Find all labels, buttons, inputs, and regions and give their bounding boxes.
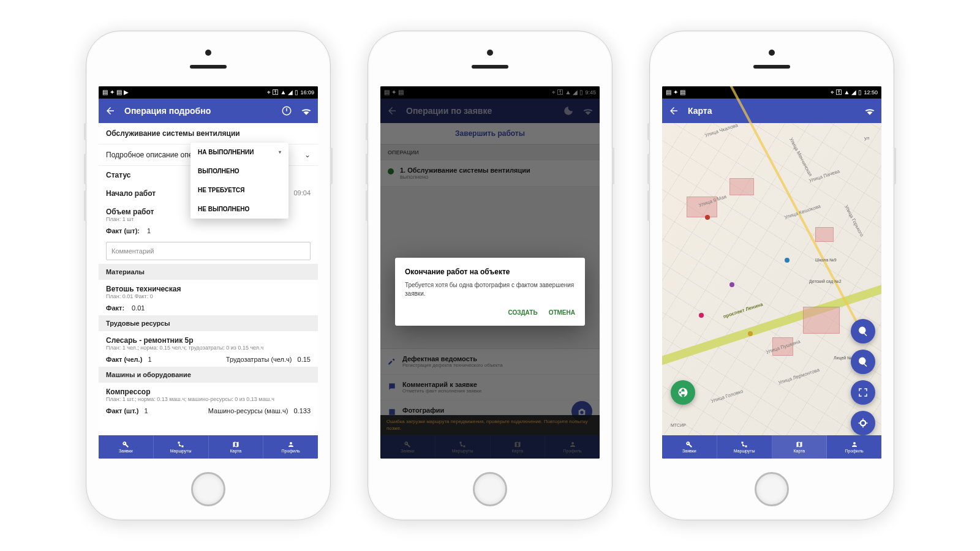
equip-header: Машины и оборудование: [99, 367, 318, 383]
wifi-icon: ▲: [844, 89, 850, 96]
wrench-icon: [685, 441, 693, 448]
sec-road: [709, 86, 861, 328]
equip-fact-value[interactable]: 1: [145, 407, 148, 414]
vol-down: [84, 190, 86, 221]
mute-switch: [84, 123, 86, 140]
key-icon: ⚿: [273, 89, 279, 96]
clock: 12:50: [864, 89, 878, 96]
key-icon: ⚿: [836, 89, 842, 96]
notif-icon: ▤: [680, 89, 685, 96]
wifi-button[interactable]: [864, 105, 875, 116]
wifi-icon: ▲: [281, 89, 287, 96]
locate-fab[interactable]: [851, 411, 875, 435]
home-button[interactable]: [473, 472, 507, 506]
status-option-1[interactable]: ВЫПОЛНЕНО: [190, 162, 288, 181]
globe-icon: [677, 387, 688, 398]
vol-down: [366, 190, 368, 221]
nav-tab-map[interactable]: Карта: [772, 435, 827, 459]
wifi-button[interactable]: [301, 105, 312, 116]
toolbar-title: Карта: [688, 106, 856, 116]
android-status-bar: ▤✦▤▶ ⌖⚿▲◢▯16:09: [99, 86, 318, 99]
labor-fact-label: Факт (чел.): [106, 356, 142, 363]
street-label: Улица Горького: [843, 204, 865, 238]
nav-tab-requests[interactable]: Заявки: [662, 435, 717, 459]
status-option-2[interactable]: НЕ ТРЕБУЕТСЯ: [190, 181, 288, 200]
start-value: 09:04: [293, 189, 311, 198]
app-toolbar: Карта: [662, 99, 881, 123]
battery-icon: ▯: [858, 89, 862, 96]
expand-icon: [858, 387, 869, 398]
phone-mockup-1: ▤✦▤▶ ⌖⚿▲◢▯16:09 Операция подробно Обслуж…: [86, 31, 331, 520]
timer-button[interactable]: [281, 105, 292, 116]
gps-icon: ⌖: [267, 89, 271, 96]
back-button[interactable]: [105, 105, 116, 116]
street-label: Улица Чкалова: [704, 122, 739, 138]
labor-effort-label: Трудозатраты (чел.ч): [226, 356, 292, 363]
start-label: Начало работ: [106, 189, 156, 198]
volume-fact-value[interactable]: 1: [147, 227, 151, 234]
play-icon: ▶: [124, 89, 129, 96]
mute-switch: [647, 123, 650, 140]
status-option-3[interactable]: НЕ ВЫПОЛНЕНО: [190, 200, 288, 219]
screen-3: ▤✦▤ ⌖⚿▲◢▯12:50 Карта Улица Чкалова: [662, 86, 881, 459]
home-button[interactable]: [191, 472, 225, 506]
fullscreen-fab[interactable]: [851, 380, 875, 405]
poi-icon: [729, 282, 734, 287]
nav-tab-requests[interactable]: Заявки: [99, 435, 154, 459]
operation-heading: Обслуживание системы вентиляции: [99, 123, 318, 144]
comment-input[interactable]: Комментарий: [106, 242, 311, 260]
screen-1: ▤✦▤▶ ⌖⚿▲◢▯16:09 Операция подробно Обслуж…: [99, 86, 318, 459]
person-icon: [287, 441, 295, 448]
building-block: [815, 227, 834, 242]
material-fact-value[interactable]: 0.01: [132, 304, 145, 312]
zoom-out-fab[interactable]: [851, 350, 875, 374]
home-button[interactable]: [755, 472, 789, 506]
notif-icon: ▤: [666, 89, 671, 96]
battery-icon: ▯: [295, 89, 298, 96]
equip-res-value[interactable]: 0.133: [293, 407, 311, 414]
labor-plan: План: 1 чел.; норма: 0.15 чел.ч; трудоза…: [106, 345, 311, 351]
person-icon: [851, 441, 858, 448]
street-label: Улица Менчинская: [788, 137, 813, 177]
vol-down: [647, 190, 650, 221]
street-label: Улица Пачева: [809, 168, 840, 184]
labor-fact-value[interactable]: 1: [148, 356, 152, 363]
material-name: Ветошь техническая: [106, 285, 311, 293]
zoom-in-fab[interactable]: [851, 319, 875, 343]
poi-icon: [748, 331, 753, 336]
dialog-create-button[interactable]: СОЗДАТЬ: [508, 309, 537, 316]
phone-mockup-3: ▤✦▤ ⌖⚿▲◢▯12:50 Карта Улица Чкалова: [649, 31, 894, 520]
street-label: проспект Ленина: [723, 301, 764, 319]
screen-2: ▤✦▤ ⌖⚿▲◢▯9:45 Операции по заявке Заверши…: [380, 86, 600, 459]
map-icon: [796, 441, 803, 448]
nav-tab-routes[interactable]: Маршруты: [717, 435, 772, 459]
equip-res-label: Машино-ресурсы (маш.ч): [208, 407, 288, 414]
material-plan: План: 0.01 Факт: 0: [106, 293, 311, 299]
nav-tab-map[interactable]: Карта: [209, 435, 264, 459]
arrow-left-icon: [105, 105, 116, 116]
signal-icon: ◢: [288, 89, 293, 96]
globe-fab[interactable]: [671, 380, 695, 405]
vol-up: [366, 154, 368, 184]
poi-label: Школа №9: [815, 258, 837, 262]
status-dropdown[interactable]: НА ВЫПОЛНЕНИИ▾ ВЫПОЛНЕНО НЕ ТРЕБУЕТСЯ НЕ…: [190, 143, 288, 219]
map-canvas[interactable]: Улица Чкалова Улица Менчинская Улица Пач…: [662, 123, 881, 435]
equip-fact-label: Факт (шт.): [106, 407, 138, 414]
poi-icon: [785, 258, 790, 263]
materials-header: Материалы: [99, 264, 318, 280]
bottom-nav: Заявки Маршруты Карта Профиль: [662, 435, 881, 459]
nav-tab-profile[interactable]: Профиль: [827, 435, 881, 459]
status-label: Статус: [106, 171, 130, 179]
labor-effort-value[interactable]: 0.15: [298, 356, 311, 363]
wifi-icon: [864, 105, 875, 116]
nav-tab-routes[interactable]: Маршруты: [154, 435, 209, 459]
street-label: ул: [864, 135, 870, 141]
dialog-cancel-button[interactable]: ОТМЕНА: [549, 309, 575, 316]
status-option-0[interactable]: НА ВЫПОЛНЕНИИ▾: [190, 143, 288, 162]
nav-tab-profile[interactable]: Профиль: [263, 435, 318, 459]
timer-icon: [281, 105, 292, 116]
back-button[interactable]: [668, 105, 679, 116]
map-icon: [232, 441, 239, 448]
vol-up: [647, 154, 650, 184]
equip-plan: План: 1 шт.; норма: 0.13 маш.ч; машино-р…: [106, 396, 311, 402]
